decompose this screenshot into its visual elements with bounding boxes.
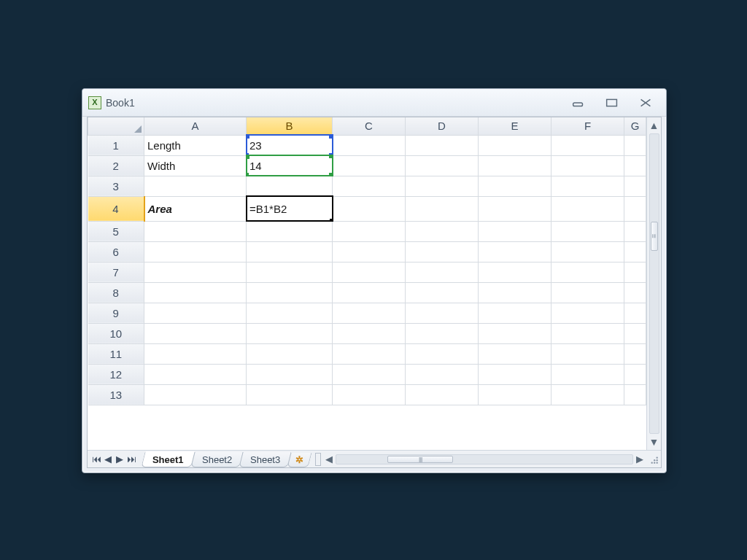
new-sheet-button[interactable]: ✲: [287, 453, 312, 467]
window-title: Book1: [106, 97, 135, 109]
cell-g4[interactable]: [624, 196, 646, 221]
tab-split-handle[interactable]: [315, 453, 321, 466]
svg-point-6: [654, 459, 655, 461]
cell-g2[interactable]: [624, 155, 646, 176]
svg-point-7: [657, 456, 658, 458]
sheet-tabs: Sheet1 Sheet2 Sheet3 ✲: [143, 451, 309, 467]
select-all-corner[interactable]: [88, 117, 144, 135]
last-sheet-button[interactable]: ⏭: [125, 453, 137, 466]
prev-sheet-button[interactable]: ◀: [102, 453, 114, 466]
sheet-tab-2[interactable]: Sheet2: [190, 452, 243, 467]
title-bar[interactable]: Book1: [82, 89, 666, 117]
resize-grip-icon[interactable]: [646, 451, 661, 467]
first-sheet-button[interactable]: ⏮: [90, 453, 102, 466]
cell-a1[interactable]: Length: [144, 135, 247, 155]
sheet-nav-buttons: ⏮ ◀ ▶ ⏭: [88, 451, 140, 467]
cell-d3[interactable]: [406, 176, 479, 196]
row-header-13[interactable]: 13: [88, 384, 144, 405]
cell-f4[interactable]: [551, 196, 624, 221]
column-header-g[interactable]: G: [624, 117, 646, 135]
cell-f2[interactable]: [551, 155, 624, 176]
horizontal-scrollbar[interactable]: ◀ ▶: [315, 451, 646, 467]
column-header-d[interactable]: D: [406, 117, 479, 135]
column-header-f[interactable]: F: [551, 117, 624, 135]
svg-point-2: [657, 462, 658, 463]
cell-c3[interactable]: [333, 176, 406, 196]
scroll-right-icon[interactable]: ▶: [633, 453, 646, 466]
close-button[interactable]: [635, 96, 656, 109]
svg-point-4: [657, 459, 658, 461]
cell-b4[interactable]: =B1*B2: [247, 196, 333, 221]
column-header-a[interactable]: A: [144, 117, 247, 135]
cell-a4[interactable]: Area: [144, 196, 247, 221]
cell-d1[interactable]: [406, 135, 479, 155]
row-header-10[interactable]: 10: [88, 323, 144, 343]
scroll-up-icon[interactable]: ▲: [648, 119, 661, 132]
hscroll-thumb[interactable]: [387, 456, 453, 463]
svg-rect-1: [607, 99, 617, 106]
cell-b2[interactable]: 14: [247, 155, 333, 176]
row-header-9[interactable]: 9: [88, 303, 144, 323]
scroll-down-icon[interactable]: ▼: [648, 435, 661, 448]
cell-d2[interactable]: [406, 155, 479, 176]
excel-icon: [88, 96, 101, 109]
cell-f1[interactable]: [551, 135, 624, 155]
cell-e3[interactable]: [479, 176, 551, 196]
vscroll-track[interactable]: [649, 133, 659, 434]
vertical-scrollbar[interactable]: ▲ ▼: [646, 117, 661, 450]
maximize-button[interactable]: [602, 96, 622, 109]
sheet-tab-3[interactable]: Sheet3: [239, 452, 291, 467]
row-header-8[interactable]: 8: [88, 282, 144, 303]
cell-a3[interactable]: [144, 176, 247, 196]
cell-c4[interactable]: [333, 196, 406, 221]
svg-point-3: [654, 462, 655, 463]
scroll-left-icon[interactable]: ◀: [322, 453, 336, 466]
cell-e1[interactable]: [479, 135, 551, 155]
row-header-4[interactable]: 4: [88, 196, 144, 221]
cell-g3[interactable]: [624, 176, 646, 196]
row-header-11[interactable]: 11: [88, 343, 144, 364]
cell-e4[interactable]: [479, 196, 551, 221]
column-header-b[interactable]: B: [247, 117, 333, 135]
svg-rect-0: [573, 103, 583, 106]
hscroll-track[interactable]: [336, 454, 633, 464]
cell-b3[interactable]: [247, 176, 333, 196]
row-header-1[interactable]: 1: [88, 135, 144, 155]
cell-a2[interactable]: Width: [144, 155, 247, 176]
spreadsheet-grid[interactable]: A B C D E F G 1 Length 23: [88, 117, 646, 450]
column-header-e[interactable]: E: [479, 117, 551, 135]
cell-g1[interactable]: [624, 135, 646, 155]
cell-e2[interactable]: [479, 155, 551, 176]
cell-f3[interactable]: [551, 176, 624, 196]
row-header-5[interactable]: 5: [88, 221, 144, 241]
sheet-tab-bar: ⏮ ◀ ▶ ⏭ Sheet1 Sheet2 Sheet3 ✲ ◀ ▶: [88, 450, 661, 467]
next-sheet-button[interactable]: ▶: [114, 453, 125, 466]
worksheet-area: A B C D E F G 1 Length 23: [87, 117, 662, 468]
minimize-button[interactable]: [568, 96, 589, 109]
workbook-window: Book1 A B C: [82, 88, 667, 473]
row-header-6[interactable]: 6: [88, 241, 144, 262]
svg-point-5: [651, 462, 653, 463]
row-header-3[interactable]: 3: [88, 176, 144, 196]
column-header-c[interactable]: C: [333, 117, 406, 135]
new-sheet-icon: ✲: [295, 454, 303, 465]
cell-c1[interactable]: [333, 135, 406, 155]
row-header-12[interactable]: 12: [88, 364, 144, 384]
sheet-tab-1[interactable]: Sheet1: [141, 451, 195, 467]
row-header-2[interactable]: 2: [88, 155, 144, 176]
cell-c2[interactable]: [333, 155, 406, 176]
vscroll-thumb[interactable]: [651, 222, 658, 251]
cell-d4[interactable]: [406, 196, 479, 221]
row-header-7[interactable]: 7: [88, 262, 144, 282]
cell-b1[interactable]: 23: [247, 135, 333, 155]
